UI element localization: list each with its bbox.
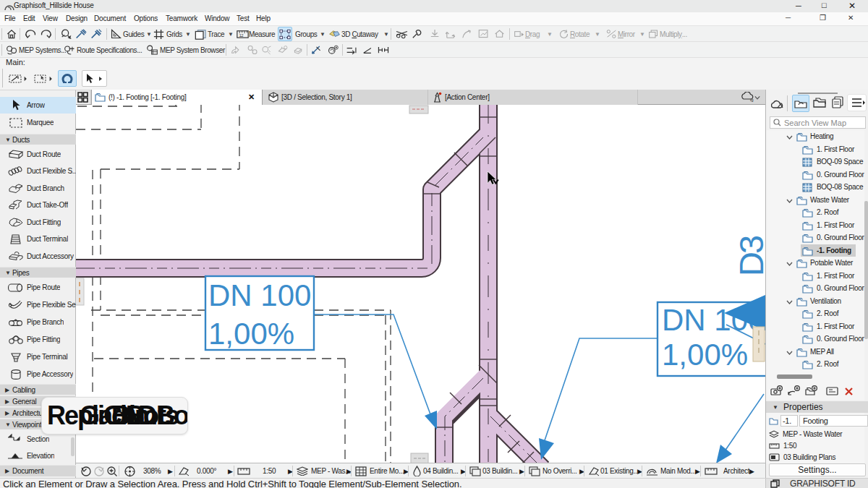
svg-text:1,00%: 1,00% <box>208 317 294 351</box>
svg-text:12: 12 <box>239 33 243 38</box>
svg-text:D3: D3 <box>732 236 765 276</box>
svg-text:ig: ig <box>750 98 754 102</box>
svg-text:DN 100: DN 100 <box>208 278 311 312</box>
svg-text:1,00%: 1,00% <box>662 338 748 372</box>
